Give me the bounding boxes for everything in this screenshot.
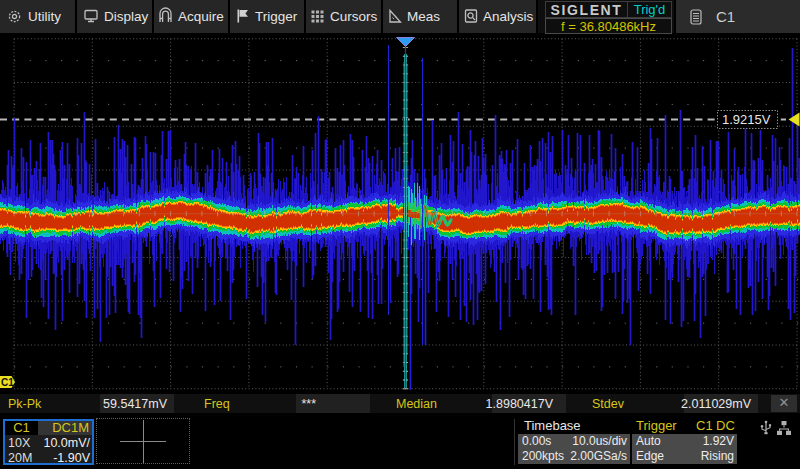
svg-text:C1: C1 [1,377,14,388]
svg-text:1.9215V: 1.9215V [722,112,771,127]
